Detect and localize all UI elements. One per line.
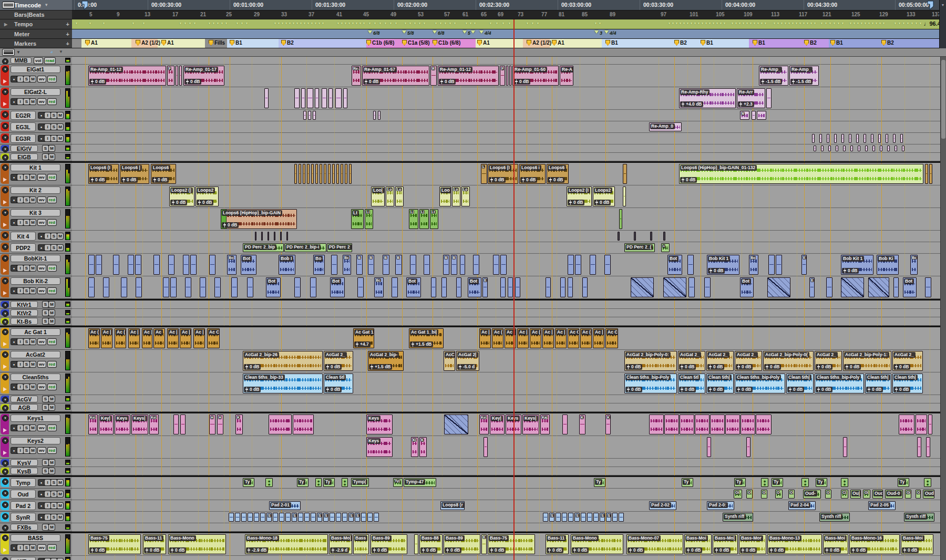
tempo-change-icon[interactable]: ▼ [404,22,407,26]
audio-clip[interactable] [299,164,301,184]
track-header-ktvr2[interactable]: ▾KtVr2SM [0,309,72,317]
audio-clip[interactable]: Re-Amp_01-120 dB [438,66,499,86]
memory-location-marker[interactable]: A1 [477,40,490,46]
audio-clip[interactable]: Bass-Mor0 dB [739,534,766,554]
track-header-elgat1[interactable]: ▾ElGat1▼●ISMwvred [0,65,72,87]
tempo-change-icon[interactable]: ▼ [756,22,760,26]
audio-clip[interactable]: Ke| [149,414,159,434]
audio-clip[interactable]: K [605,414,611,434]
track-collapse-button[interactable]: ▾ [2,164,8,171]
audio-clip[interactable]: L| [409,209,418,229]
input-monitor-button[interactable]: I [17,76,23,82]
track-collapse-button[interactable]: ▾ [2,154,8,161]
marker-flag-icon[interactable] [830,40,835,46]
solo-button[interactable]: S [24,174,29,180]
waveform-view-button[interactable]: wv [38,174,46,180]
mute-button[interactable]: M [57,514,63,520]
solo-button[interactable]: S [24,197,29,203]
input-monitor-button[interactable]: I [17,545,23,551]
track-color-tab[interactable]: ▾ [1,301,9,307]
mute-button[interactable]: M [30,76,36,82]
audio-clip[interactable] [168,255,174,275]
audio-clip[interactable]: Keys| [131,414,148,434]
tempo-change-icon[interactable]: ▼ [183,22,187,26]
tempo-change-icon[interactable]: ▼ [439,22,443,26]
tempo-change-icon[interactable]: ▼ [809,22,813,26]
edit-cursor-icon[interactable] [927,1,934,10]
audio-clip[interactable]: Li [365,209,373,229]
audio-clip[interactable] [293,414,314,434]
audio-clip[interactable]: Bo [313,255,325,275]
audio-clip[interactable]: B [383,255,389,275]
memory-location-marker[interactable]: B2 [281,40,294,46]
audio-clip[interactable]: S [323,513,328,522]
track-name[interactable]: Kit 2 [11,186,60,194]
solo-button[interactable]: S [24,76,29,82]
audio-clip[interactable] [248,513,253,522]
track-collapse-button[interactable]: ▾ [2,557,8,560]
tempo-change-icon[interactable]: ▼ [693,22,697,26]
mute-button[interactable]: M [30,220,36,225]
audio-clip[interactable] [190,255,197,275]
audio-clip[interactable]: K [579,414,585,434]
record-enable-button[interactable]: ● [38,124,44,130]
audio-clip[interactable]: ◆◆ [924,478,931,487]
tempo-change-icon[interactable]: ▼ [780,22,784,26]
audio-clip[interactable] [269,414,292,434]
audio-clip[interactable]: Bass-Mono0 dB [571,534,623,554]
meter-change-marker[interactable]: 6/8 [368,30,380,36]
audio-clip[interactable] [752,111,756,120]
track-header-pad-2[interactable]: ▾Pad 2●ISM [0,500,72,512]
audio-clip[interactable]: Ty [734,478,746,487]
audio-clip[interactable]: Synth riff [819,513,850,522]
audio-clip[interactable] [185,277,191,297]
record-enable-button[interactable]: ● [38,503,44,509]
audio-clip[interactable] [766,88,772,108]
input-monitor-button[interactable]: I [45,514,50,520]
memory-location-marker[interactable]: B1 [701,40,713,46]
audio-clip[interactable]: S [600,513,605,522]
audio-clip[interactable]: Ac ( [492,328,503,348]
audio-clip[interactable]: Loops6 (HipHop)_bip-GAIN_01-1320 dB [679,164,923,184]
mute-button[interactable]: M [49,460,55,465]
ruler-label-tempo[interactable]: ▶ Tempo + [0,19,72,29]
track-name[interactable]: KtVr1 [11,301,38,308]
audio-clip[interactable]: Bc [343,255,351,275]
audio-clip[interactable] [414,534,418,554]
audio-clip[interactable] [96,255,102,275]
track-color-tab[interactable]: ▾ [1,459,9,465]
tempo-change-icon[interactable]: ▼ [837,22,840,26]
track-name[interactable]: AcGV [11,396,38,402]
audio-clip[interactable] [878,134,881,143]
audio-clip[interactable]: Bass-Moi0 dB [823,534,848,554]
audio-clip[interactable]: Ke| [479,414,489,434]
track-lane-elgat1[interactable]: Re-Amp_01-120 dBFRe-Amp_01-170 dBRe-Re-A… [72,65,941,87]
marker-flag-icon[interactable] [230,40,234,46]
record-enable-button[interactable]: ● [38,233,44,239]
tempo-change-icon[interactable]: ▼ [682,22,686,26]
audio-clip[interactable] [357,277,364,297]
audio-clip[interactable]: Loo [439,186,451,206]
track-name[interactable]: Kit 3 [11,209,60,216]
audio-clip[interactable]: Bot [667,255,682,275]
tempo-change-icon[interactable]: ▼ [336,22,340,26]
memory-location-marker[interactable]: B2 [881,40,894,46]
audio-clip[interactable] [575,255,581,275]
track-name[interactable]: AGB [11,404,38,411]
memory-location-marker[interactable]: Fills [209,40,225,46]
tempo-change-icon[interactable]: ▼ [281,22,284,26]
audio-clip[interactable] [819,134,822,143]
input-monitor-button[interactable]: I [45,233,50,239]
track-lane-eg3l[interactable]: Re-Amp_0 [72,121,941,133]
audio-clip[interactable]: Lo [452,186,460,206]
audio-clip[interactable]: Bass-110 dB [546,534,569,554]
solo-button[interactable]: S [43,302,48,307]
audio-clip[interactable]: Bass-Mono-160 dB [849,534,900,554]
input-monitor-button[interactable]: I [45,503,50,509]
audio-clip[interactable]: AcGat 2_0 dB [678,351,705,371]
audio-clip[interactable] [880,146,882,151]
track-color-tab[interactable]: ▾ [1,133,9,143]
audio-clip[interactable]: O [775,490,783,499]
audio-clip[interactable]: Ac | [479,328,491,348]
tempo-change-icon[interactable]: ▼ [131,22,135,26]
